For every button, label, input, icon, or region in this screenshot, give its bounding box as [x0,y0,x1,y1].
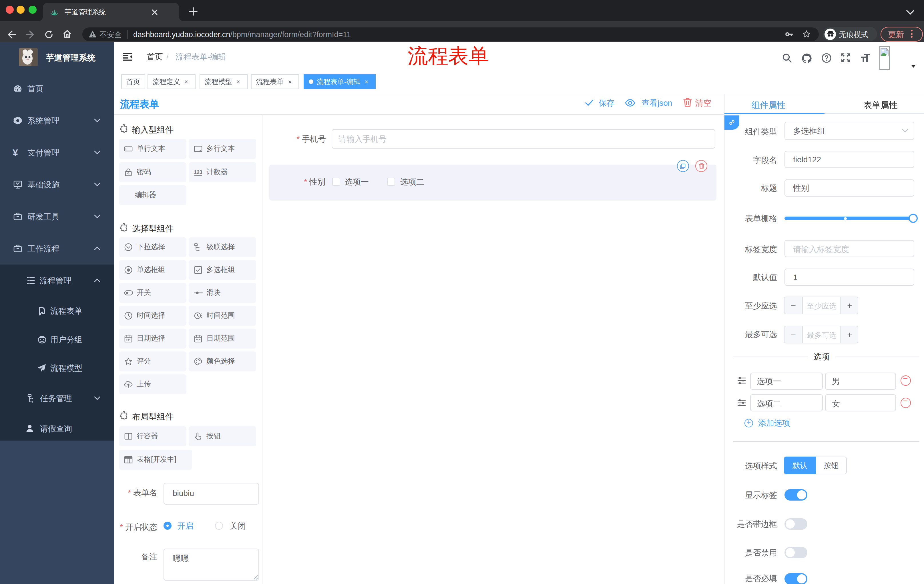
svg-text:123: 123 [194,169,202,175]
